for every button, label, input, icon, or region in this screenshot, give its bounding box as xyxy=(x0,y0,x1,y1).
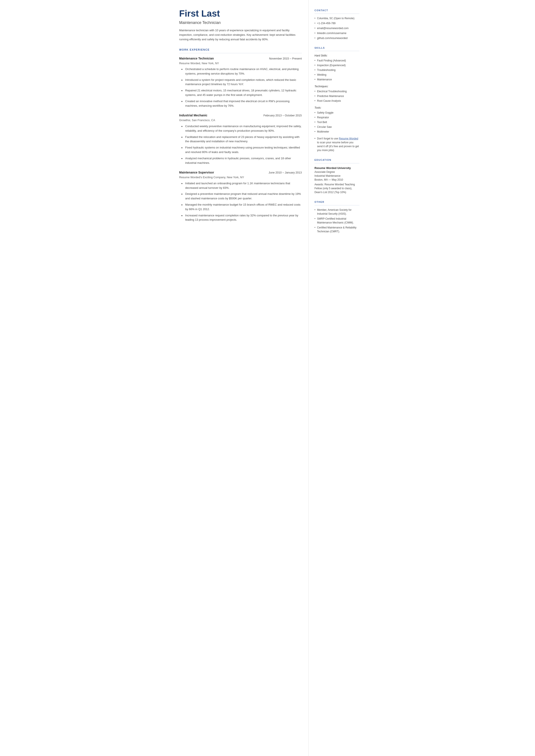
bullet-3-2: Designed a preventive maintenance progra… xyxy=(182,192,302,201)
job-company-3: Resume Worded's Exciting Company, New Yo… xyxy=(179,175,302,180)
skills-hard: Hard Skills: Fault Finding (Advanced) In… xyxy=(315,54,359,81)
skill-5: Maintenance xyxy=(315,78,359,81)
contact-location: Columbia, SC (Open to Remote) xyxy=(315,16,359,20)
job-header-1: Maintenance Technician November 2015 – P… xyxy=(179,56,302,61)
job-bullets-2: Conducted weekly preventive maintenance … xyxy=(179,124,302,165)
job-title-3: Maintenance Supervisor xyxy=(179,170,214,175)
edu-awards: Awards: Resume Worded Teaching Fellow (o… xyxy=(315,182,359,194)
contact-label: CONTACT xyxy=(315,9,359,14)
skills-label: SKILLS xyxy=(315,46,359,51)
job-entry-3: Maintenance Supervisor June 2010 – Janua… xyxy=(179,170,302,222)
hard-skills-label: Hard Skills: xyxy=(315,54,359,58)
edu-school: Resume Worded University xyxy=(315,166,359,170)
job-title-2: Industrial Mechanic xyxy=(179,113,208,118)
education-section: EDUCATION Resume Worded University Assoc… xyxy=(315,158,359,194)
job-entry-1: Maintenance Technician November 2015 – P… xyxy=(179,56,302,108)
bullet-2-1: Conducted weekly preventive maintenance … xyxy=(182,124,302,133)
resume-worded-link[interactable]: Resume Worded xyxy=(339,137,358,140)
left-column: First Last Maintenance Technician Mainte… xyxy=(171,0,309,756)
bullet-1-1: Orchestrated a schedule to perform routi… xyxy=(182,67,302,76)
education-label: EDUCATION xyxy=(315,158,359,163)
skill-2: Inspection (Experienced) xyxy=(315,63,359,67)
other-item-2: SMRP-Certified Industrial Maintenance Me… xyxy=(315,217,359,225)
other-item-1: Member, American Society for Industrial … xyxy=(315,208,359,216)
job-header-3: Maintenance Supervisor June 2010 – Janua… xyxy=(179,170,302,175)
skills-note: Don't forget to use Resume Worded to sca… xyxy=(315,137,359,152)
skill-3: Troubleshooting xyxy=(315,68,359,72)
job-dates-3: June 2010 – January 2013 xyxy=(269,170,302,175)
job-title-1: Maintenance Technician xyxy=(179,56,214,61)
skills-techniques: Techniques: Electrical Troubleshooting P… xyxy=(315,84,359,103)
skills-tools: Tools: Safety Goggle Respirator Tool Bel… xyxy=(315,106,359,134)
bullet-1-4: Created an innovative method that improv… xyxy=(182,99,302,108)
skills-note-suffix: to scan your resume before you send it o… xyxy=(317,141,359,152)
contact-github: github.com/resumeworded xyxy=(315,36,359,40)
skill-4: Welding xyxy=(315,73,359,77)
bullet-3-3: Managed the monthly maintenance budget f… xyxy=(182,203,302,211)
job-dates-1: November 2015 – Present xyxy=(269,56,302,61)
job-bullets-1: Orchestrated a schedule to perform routi… xyxy=(179,67,302,108)
edu-location: Boston, MA — May 2010 xyxy=(315,178,359,182)
other-label: OTHER xyxy=(315,200,359,205)
tools-label: Tools: xyxy=(315,106,359,110)
contact-section: CONTACT Columbia, SC (Open to Remote) +1… xyxy=(315,9,359,40)
edu-entry: Resume Worded University Associate Degre… xyxy=(315,166,359,194)
right-column: CONTACT Columbia, SC (Open to Remote) +1… xyxy=(309,0,365,756)
bullet-3-4: Increased maintenance request completion… xyxy=(182,213,302,222)
other-item-3: Certified Maintenance & Reliability Tech… xyxy=(315,226,359,234)
job-entry-2: Industrial Mechanic February 2013 – Octo… xyxy=(179,113,302,165)
tool-3: Tool Belt xyxy=(315,120,359,124)
other-section: OTHER Member, American Society for Indus… xyxy=(315,200,359,234)
skills-section: SKILLS Hard Skills: Fault Finding (Advan… xyxy=(315,46,359,153)
job-header-2: Industrial Mechanic February 2013 – Octo… xyxy=(179,113,302,118)
contact-phone: +1-234-456-789 xyxy=(315,21,359,25)
edu-degree: Associate Degree xyxy=(315,170,359,174)
contact-linkedin: linkedin.com/in/username xyxy=(315,31,359,35)
job-company-2: Growthsi, San Francisco, CA xyxy=(179,118,302,123)
tools-list: Safety Goggle Respirator Tool Belt Circu… xyxy=(315,111,359,134)
hard-skills-list: Fault Finding (Advanced) Inspection (Exp… xyxy=(315,59,359,81)
bullet-2-2: Facilitated the relocation and replaceme… xyxy=(182,135,302,144)
job-dates-2: February 2013 – October 2015 xyxy=(264,113,302,118)
job-bullets-3: Initiated and launched an onboarding pro… xyxy=(179,181,302,222)
techniques-list: Electrical Troubleshooting Predictive Ma… xyxy=(315,90,359,103)
summary: Maintenance technician with 10 years of … xyxy=(179,28,302,42)
tool-4: Circular Saw xyxy=(315,125,359,129)
techniques-label: Techniques: xyxy=(315,84,359,88)
other-list: Member, American Society for Industrial … xyxy=(315,208,359,234)
tool-2: Respirator xyxy=(315,116,359,119)
tool-5: Multimeter xyxy=(315,130,359,134)
bullet-3-1: Initiated and launched an onboarding pro… xyxy=(182,181,302,190)
resume-page: First Last Maintenance Technician Mainte… xyxy=(171,0,365,756)
tool-1: Safety Goggle xyxy=(315,111,359,115)
bullet-2-3: Fixed hydraulic systems on industrial ma… xyxy=(182,146,302,154)
job-company-1: Resume Worded, New York, NY xyxy=(179,61,302,66)
skills-note-prefix: Don't forget to use xyxy=(317,137,339,140)
technique-1: Electrical Troubleshooting xyxy=(315,90,359,93)
skill-1: Fault Finding (Advanced) xyxy=(315,59,359,63)
name: First Last xyxy=(179,9,302,18)
bullet-2-4: Analyzed mechanical problems in hydrauli… xyxy=(182,156,302,165)
technique-2: Predictive Maintenance xyxy=(315,94,359,98)
work-experience-label: WORK EXPERIENCE xyxy=(179,48,302,53)
technique-3: Root Cause Analysis xyxy=(315,99,359,103)
job-title: Maintenance Technician xyxy=(179,20,302,26)
bullet-1-2: Introduced a system for project requests… xyxy=(182,78,302,87)
edu-field: Industrial Maintenance xyxy=(315,174,359,178)
bullet-1-3: Repaired 21 electrical motors, 15 mechan… xyxy=(182,88,302,98)
contact-email: email@resumeworded.com xyxy=(315,26,359,30)
contact-list: Columbia, SC (Open to Remote) +1-234-456… xyxy=(315,16,359,40)
